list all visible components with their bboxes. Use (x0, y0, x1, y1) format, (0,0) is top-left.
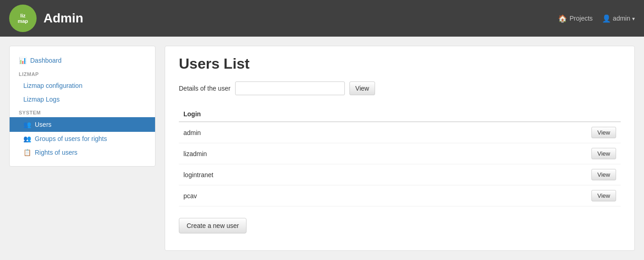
rights-icon (23, 149, 31, 156)
user-login: admin (179, 122, 416, 143)
admin-dropdown[interactable]: admin (602, 14, 635, 23)
groups-link[interactable]: Groups of users for rights (35, 135, 107, 142)
sidebar: Dashboard LIZMAP Lizmap configuration Li… (9, 46, 156, 167)
user-login: pcav (179, 185, 416, 206)
header-nav: Projects admin (558, 14, 635, 23)
rights-link[interactable]: Rights of users (35, 149, 77, 156)
create-new-user-button[interactable]: Create a new user (179, 218, 247, 233)
sidebar-item-lizmap-logs[interactable]: Lizmap Logs (10, 92, 155, 106)
lizmap-config-link[interactable]: Lizmap configuration (23, 82, 82, 89)
main-layout: Dashboard LIZMAP Lizmap configuration Li… (0, 37, 644, 260)
sidebar-item-lizmap-config[interactable]: Lizmap configuration (10, 79, 155, 92)
view-user-button[interactable]: View (591, 127, 616, 138)
table-header-actions (416, 107, 621, 122)
view-user-button[interactable]: View (591, 190, 616, 201)
sidebar-item-rights[interactable]: Rights of users (10, 146, 155, 159)
users-link[interactable]: Users (35, 121, 52, 128)
sidebar-item-dashboard[interactable]: Dashboard (10, 53, 155, 68)
app-logo: lizmap (9, 5, 37, 32)
search-input[interactable] (235, 81, 345, 95)
table-row: pcav View (179, 185, 621, 206)
view-user-button[interactable]: View (591, 148, 616, 159)
dashboard-icon (19, 57, 27, 64)
sidebar-section-lizmap: LIZMAP (10, 68, 155, 79)
lizmap-logs-link[interactable]: Lizmap Logs (23, 96, 59, 103)
table-row: admin View (179, 122, 621, 143)
dashboard-link[interactable]: Dashboard (30, 57, 62, 64)
groups-icon (23, 135, 31, 142)
sidebar-section-system: SYSTEM (10, 106, 155, 117)
user-actions: View (416, 185, 621, 206)
users-table: Login admin View lizadmin View logintran… (179, 107, 621, 206)
app-title: Admin (43, 11, 83, 26)
user-actions: View (416, 122, 621, 143)
table-header-login: Login (179, 107, 416, 122)
sidebar-item-groups[interactable]: Groups of users for rights (10, 132, 155, 146)
user-icon (602, 14, 611, 23)
sidebar-item-users[interactable]: Users (10, 117, 155, 132)
main-content: Users List Details of the user View Logi… (165, 46, 635, 251)
user-login: logintranet (179, 164, 416, 185)
table-row: lizadmin View (179, 143, 621, 164)
user-actions: View (416, 143, 621, 164)
search-row: Details of the user View (179, 81, 621, 95)
search-view-button[interactable]: View (349, 81, 375, 95)
users-icon (23, 121, 31, 128)
page-title: Users List (179, 55, 621, 72)
projects-link[interactable]: Projects (558, 14, 593, 23)
search-label: Details of the user (179, 85, 231, 92)
table-row: logintranet View (179, 164, 621, 185)
admin-label: admin (613, 15, 630, 22)
user-actions: View (416, 164, 621, 185)
app-header: lizmap Admin Projects admin (0, 0, 644, 37)
user-login: lizadmin (179, 143, 416, 164)
home-icon (558, 14, 567, 23)
caret-icon (632, 15, 635, 22)
view-user-button[interactable]: View (591, 169, 616, 180)
projects-label: Projects (569, 15, 593, 22)
